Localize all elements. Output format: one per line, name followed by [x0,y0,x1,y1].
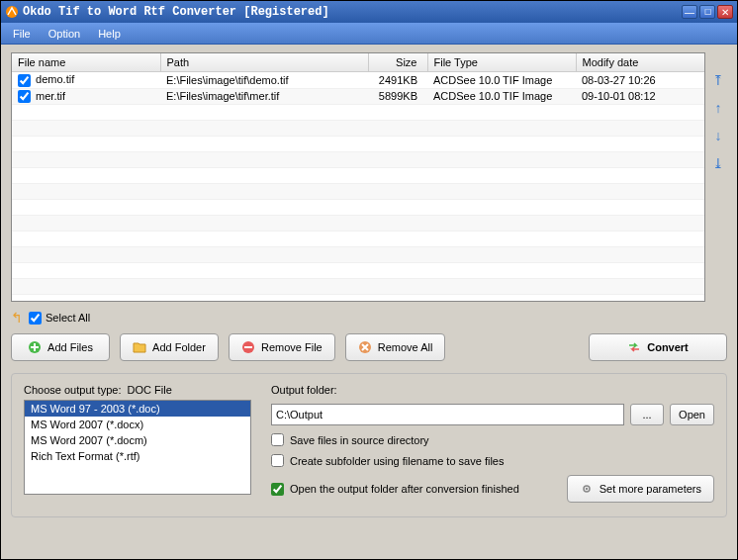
col-type[interactable]: File Type [427,53,576,72]
output-type-listbox[interactable]: MS Word 97 - 2003 (*.doc)MS Word 2007 (*… [24,400,251,495]
select-all-label: Select All [46,312,90,324]
table-row[interactable]: mer.tifE:\Files\image\tif\mer.tif5899KBA… [12,88,704,105]
table-row [12,121,704,137]
output-type-option[interactable]: MS Word 2007 (*.docx) [25,417,250,432]
remove-icon [241,340,255,354]
table-row [12,137,704,152]
file-table[interactable]: File name Path Size File Type Modify dat… [11,52,705,302]
convert-icon [627,340,641,354]
browse-button[interactable]: ... [630,404,664,425]
move-top-icon[interactable]: ⤒ [710,72,726,88]
reorder-arrows: ⤒ ↑ ↓ ⤓ [709,52,727,302]
col-size[interactable]: Size [368,53,427,72]
add-folder-button[interactable]: Add Folder [120,333,219,361]
move-up-icon[interactable]: ↑ [710,100,726,116]
parent-folder-icon[interactable]: ↰ [11,310,23,326]
minimize-button[interactable]: — [682,5,697,19]
output-type-option[interactable]: MS Word 97 - 2003 (*.doc) [25,401,250,417]
menu-option[interactable]: Option [43,26,86,42]
menubar: File Option Help [1,23,737,45]
output-type-option[interactable]: MS Word 2007 (*.docm) [25,432,250,448]
table-row [12,263,704,279]
output-type-label: Choose output type: DOC File [24,384,251,396]
table-row [12,247,704,263]
move-down-icon[interactable]: ↓ [710,128,726,143]
convert-button[interactable]: Convert [589,333,727,361]
app-icon [5,5,19,19]
table-row [12,216,704,232]
output-folder-label: Output folder: [271,384,714,396]
maximize-button[interactable]: ☐ [699,5,715,19]
main-window: Okdo Tif to Word Rtf Converter [Register… [0,0,738,560]
output-type-option[interactable]: Rich Text Format (*.rtf) [25,448,250,464]
table-row [12,232,704,247]
col-filename[interactable]: File name [12,53,160,72]
folder-icon [133,340,146,354]
window-title: Okdo Tif to Word Rtf Converter [Register… [23,5,682,19]
table-row [12,200,704,216]
open-after-checkbox[interactable]: Open the output folder after conversion … [271,483,567,496]
col-date[interactable]: Modify date [576,53,704,72]
table-row [12,184,704,200]
move-bottom-icon[interactable]: ⤓ [710,155,726,171]
set-more-parameters-button[interactable]: Set more parameters [567,475,714,503]
menu-help[interactable]: Help [92,26,127,42]
titlebar[interactable]: Okdo Tif to Word Rtf Converter [Register… [1,1,737,23]
menu-file[interactable]: File [7,26,37,42]
open-folder-button[interactable]: Open [670,404,714,425]
gear-icon [580,482,594,496]
remove-file-button[interactable]: Remove File [229,333,335,361]
table-row [12,168,704,184]
select-all-input[interactable] [29,312,42,325]
row-checkbox[interactable] [18,74,31,87]
table-row [12,152,704,168]
table-row [12,279,704,295]
remove-all-button[interactable]: Remove All [345,333,446,361]
save-in-source-checkbox[interactable]: Save files in source directory [271,433,714,446]
col-path[interactable]: Path [160,53,368,72]
add-icon [28,340,42,354]
svg-point-5 [585,488,587,490]
table-row[interactable]: demo.tifE:\Files\image\tif\demo.tif2491K… [12,72,704,89]
table-row [12,105,704,121]
output-folder-input[interactable] [271,404,624,425]
remove-all-icon [358,340,372,354]
close-button[interactable]: ✕ [717,5,733,19]
create-subfolder-checkbox[interactable]: Create subfolder using filename to save … [271,454,714,467]
row-checkbox[interactable] [18,90,31,103]
add-files-button[interactable]: Add Files [11,333,110,361]
select-all-checkbox[interactable]: Select All [29,312,90,325]
